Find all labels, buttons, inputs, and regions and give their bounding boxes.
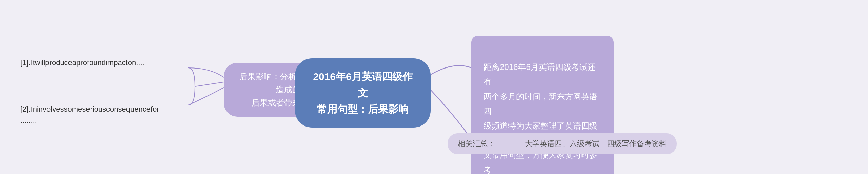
connections-svg bbox=[0, 0, 868, 174]
center-node: 2016年6月英语四级作文 常用句型：后果影响 bbox=[295, 58, 431, 128]
right-bottom-line bbox=[498, 144, 519, 144]
left-node-2: [2].Ininvolvessomeseriousconsequencefor … bbox=[20, 92, 159, 126]
right-bottom-node: 相关汇总： 大学英语四、六级考试---四级写作备考资料 bbox=[448, 133, 677, 154]
center-line1: 2016年6月英语四级作文 bbox=[312, 69, 414, 101]
mind-map-canvas: [1].Itwillproduceaprofoundimpacton.... [… bbox=[0, 0, 868, 174]
left-node-1: [1].Itwillproduceaprofoundimpacton.... bbox=[20, 57, 144, 68]
right-bottom-link[interactable]: 大学英语四、六级考试---四级写作备考资料 bbox=[525, 139, 667, 149]
svg-line-0 bbox=[195, 82, 224, 86]
right-bottom-label: 相关汇总： bbox=[458, 139, 495, 149]
center-line2: 常用句型：后果影响 bbox=[312, 101, 414, 117]
